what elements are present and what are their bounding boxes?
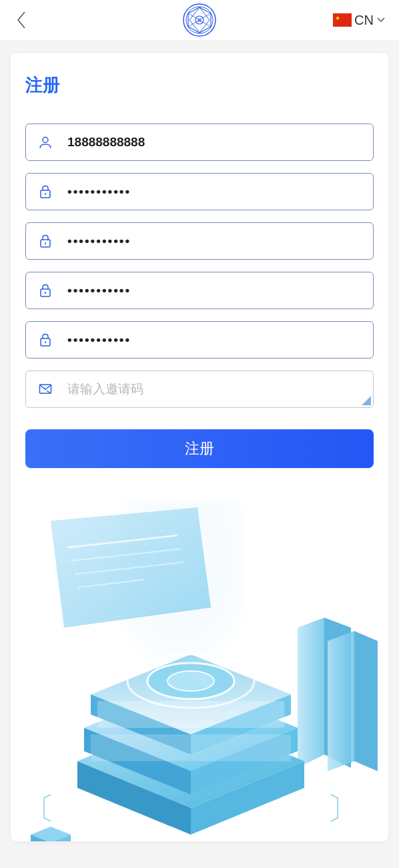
lock-icon [38, 333, 53, 347]
flag-cn-icon [333, 13, 352, 27]
lock-icon [38, 184, 53, 199]
password-input-4[interactable] [67, 333, 361, 347]
chevron-down-icon [376, 17, 386, 23]
app-logo: B [183, 3, 216, 37]
svg-rect-43 [91, 734, 291, 761]
password-input-2[interactable] [67, 234, 361, 248]
svg-point-8 [43, 138, 48, 143]
password-input-1[interactable] [67, 184, 361, 199]
password-input-group-3 [25, 272, 374, 309]
register-card: 注册 [11, 53, 388, 841]
password-input-group-4 [25, 321, 374, 359]
page-title: 注册 [25, 73, 374, 97]
envelope-icon [38, 382, 53, 397]
language-label: CN [354, 13, 374, 28]
phone-input-group [25, 124, 374, 161]
back-button[interactable] [13, 12, 29, 28]
svg-marker-26 [328, 631, 354, 771]
invite-code-input[interactable] [67, 382, 361, 397]
password-input-3[interactable] [67, 283, 361, 298]
register-button[interactable]: 注册 [25, 429, 374, 468]
password-input-group-2 [25, 222, 374, 260]
phone-input[interactable] [67, 135, 361, 150]
svg-marker-24 [298, 618, 324, 768]
svg-text:B: B [197, 18, 201, 23]
svg-rect-42 [97, 701, 284, 728]
header: B CN [0, 0, 399, 40]
invite-input-group [25, 371, 374, 408]
lock-icon [38, 283, 53, 298]
decorative-illustration [11, 501, 388, 841]
svg-marker-27 [354, 631, 378, 771]
resize-handle-icon [362, 396, 371, 405]
language-switcher[interactable]: CN [333, 13, 386, 28]
user-icon [38, 135, 53, 150]
chevron-left-icon [15, 10, 27, 30]
lock-icon [38, 234, 53, 248]
password-input-group-1 [25, 173, 374, 210]
